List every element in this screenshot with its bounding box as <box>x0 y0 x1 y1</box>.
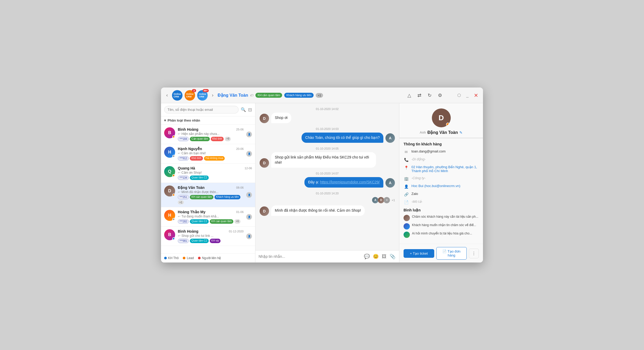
contact-name-header[interactable]: Đặng Văn Toàn <box>218 93 248 98</box>
create-order-btn[interactable]: 📄 Tạo đơn hàng <box>436 247 467 260</box>
contact-item[interactable]: H Hoàng Thảo My 01-06 ↩ Tui đang muốn th… <box>161 207 255 227</box>
nav-prev-button[interactable]: ‹ <box>164 91 170 99</box>
avatar-tab-3[interactable]: OnlineCRM 99+ <box>197 90 208 101</box>
contact-date: 08-06 <box>236 186 244 189</box>
contact-tags: ***981 Quan tâm C2 KH vip <box>178 239 244 243</box>
contact-preview: Shop gửi cho tui link ... <box>181 234 213 238</box>
contact-item-active[interactable]: D Đặng Văn Toàn 08-06 ↩ Mình đã nhận đượ… <box>161 183 255 207</box>
contact-item[interactable]: H Hạnh Nguyễn 20-06 ↩ Cảm ơn bạn nhé! <box>161 144 255 163</box>
msg-bubble: Shop ơi <box>271 113 291 123</box>
preview-icon: ↩ <box>178 151 180 155</box>
contact-info: Đặng Văn Toàn 08-06 ↩ Mình đã nhận được … <box>178 185 244 204</box>
tag: KH cần quan tâm <box>190 195 213 199</box>
contact-info: Hoàng Thảo My 01-06 ↩ Tui đang muốn tham… <box>178 210 244 224</box>
search-input[interactable] <box>164 106 239 113</box>
filter-icon-btn[interactable]: ⊟ <box>248 107 252 113</box>
left-panel: 🔍 ⊟ ▾ Phân loại theo nhãn B Bình Hoà <box>161 103 255 262</box>
assigned-icon: 👤 <box>404 184 409 189</box>
contact-name: Bình Hoàng <box>178 229 198 233</box>
online-indicator <box>172 155 175 157</box>
close-btn[interactable]: ✕ <box>472 92 480 99</box>
tag: Hỏi không mua <box>204 156 225 161</box>
contact-preview: Tui đang muốn tham khả... <box>181 215 219 218</box>
avatar-tab-2[interactable]: OnlineCRM 3 <box>185 90 195 101</box>
assign-avatar: 👤 <box>246 132 252 137</box>
tag-more-header[interactable]: +1 <box>316 93 323 98</box>
multi-avatar: A <box>372 197 378 203</box>
create-ticket-btn[interactable]: + Tạo ticket <box>404 249 434 258</box>
alert-icon-btn[interactable]: △ <box>406 91 412 99</box>
social-icon: 🔗 <box>404 192 409 196</box>
preview-icon: ↩ <box>178 171 180 174</box>
refresh-icon-btn[interactable]: ↻ <box>427 91 433 99</box>
attachment-icon-btn[interactable]: 📎 <box>389 253 396 260</box>
msg-avatar: D <box>260 114 269 123</box>
comment-avatar <box>404 223 410 229</box>
address-value[interactable]: 02 Hàn thuyên, phường Bến Nghé, quận 1, … <box>411 165 479 173</box>
tag: KH vip <box>210 239 221 243</box>
chat-input[interactable] <box>259 254 361 259</box>
merge-icon-btn[interactable]: ⇄ <box>416 91 422 99</box>
msg-avatar: D <box>260 158 269 168</box>
image-icon-btn[interactable]: 🖼 <box>381 253 387 260</box>
message-timestamp: 01-10-2020 14:20 <box>260 192 395 195</box>
social-value: Zalo <box>411 192 479 196</box>
assigned-value[interactable]: Hoc Bui (hoc.bui@onlinecrm.vn) <box>411 184 479 188</box>
id-tag: ***251 <box>178 195 189 199</box>
edit-icon[interactable]: ✎ <box>459 130 463 135</box>
nav-next-button[interactable]: › <box>210 91 216 99</box>
external-link-btn[interactable]: ⬡ <box>456 92 463 98</box>
msg-bubble: Chào Toàn, chúng tôi có thể giúp gì cho … <box>302 133 383 143</box>
chat-messages: 01-10-2020 14:02 D Shop ơi 01-10-2020 14… <box>255 103 399 250</box>
info-row-address: 📍 02 Hàn thuyên, phường Bến Nghé, quận 1… <box>404 165 479 173</box>
category-header[interactable]: ▾ Phân loại theo nhãn <box>161 116 255 125</box>
tag: Khách hàng ưu tiên <box>214 195 240 199</box>
contact-date: 01-12-2020 <box>229 230 244 233</box>
tag-kh-can-header[interactable]: KH cần quan tâm <box>255 93 282 98</box>
contact-item[interactable]: B Bình Hoàng 25-06 ↩ Hiện sản phẩm này c… <box>161 125 255 144</box>
message-timestamp: 01-10-2020 14:02 <box>260 107 395 111</box>
badge-count-3: 99+ <box>203 89 209 92</box>
message-group: 01-10-2020 14:20 A D + +1 D Mình đã nhận… <box>260 192 395 216</box>
legend-kh-tho: KH Thô <box>164 256 179 260</box>
legend-label: KH Thô <box>168 256 179 260</box>
message-timestamp: 01-10-2020 14:07 <box>260 172 395 175</box>
info-row-description: 📄 -Mô tả- <box>404 200 479 204</box>
email-icon: ✉ <box>404 150 409 154</box>
tag: Quan tâm C2 <box>190 239 208 243</box>
emoji-icon-btn[interactable]: 😊 <box>372 253 379 260</box>
tag: Cần quan tâm <box>190 137 210 141</box>
assign-avatar: 👤 <box>246 192 252 198</box>
info-row-social: 🔗 Zalo <box>404 192 479 196</box>
profile-online-dot <box>446 123 450 126</box>
contact-item[interactable]: Q Quang Hà 12-06 ↩ Cảm ơn Shop! <box>161 163 255 183</box>
left-footer: KH Thô Lead Người liên hệ <box>161 253 255 262</box>
message-group: 01-10-2020 14:05 D Shop gửi link sản phẩ… <box>260 147 395 168</box>
msg-link[interactable]: https://loremipsumdolor.com/SKC29/ <box>320 180 380 184</box>
avatar-tab-1[interactable]: OnlineCRM <box>172 90 183 101</box>
search-icon-btn[interactable]: 🔍 <box>241 107 246 112</box>
minimize-btn[interactable]: _ <box>465 92 470 98</box>
settings-icon-btn[interactable]: ⚙ <box>437 91 443 99</box>
contact-date: 01-06 <box>236 210 244 214</box>
legend-nguoi-lien-he: Người liên hệ <box>198 256 221 260</box>
profile-avatar: D <box>432 108 451 127</box>
contact-info: Bình Hoàng 01-12-2020 ↩ Shop gửi cho tui… <box>178 229 244 243</box>
tag-kh-uu-header[interactable]: Khách hàng ưu tiên <box>284 93 314 98</box>
badge-count-2: 3 <box>192 89 196 92</box>
legend-label: Lead <box>187 256 194 260</box>
contact-info: Quang Hà 12-06 ↩ Cảm ơn Shop! ***134 Qua… <box>178 166 252 180</box>
comment-text: Chăm sóc khách hàng này cần tài liệu sản… <box>412 215 479 218</box>
contact-tags: ***134 Quan tâm C2 <box>178 176 252 180</box>
contact-name: Quang Hà <box>178 166 195 170</box>
tag: Quan tâm C2 <box>190 219 208 224</box>
action-more-btn[interactable]: ⋮ <box>469 249 479 258</box>
msg-bubble: Mình đã nhận được thông tin rồi nhé. Cảm… <box>271 205 365 216</box>
email-value: toan.dang@gmail.com <box>411 149 479 153</box>
message-group: 01-10-2020 14:02 D Shop ơi <box>260 107 395 123</box>
contact-item[interactable]: B Bình Hoàng 01-12-2020 ↩ Shop gửi cho t… <box>161 227 255 246</box>
contact-tags: ***282 Quan tâm C2 KH cần quan tâm +6 <box>178 219 244 224</box>
legend-label: Người liên hệ <box>202 256 221 260</box>
chat-bubble-icon-btn[interactable]: 💬 <box>363 253 370 260</box>
phone-value: -Di động- <box>411 157 479 161</box>
